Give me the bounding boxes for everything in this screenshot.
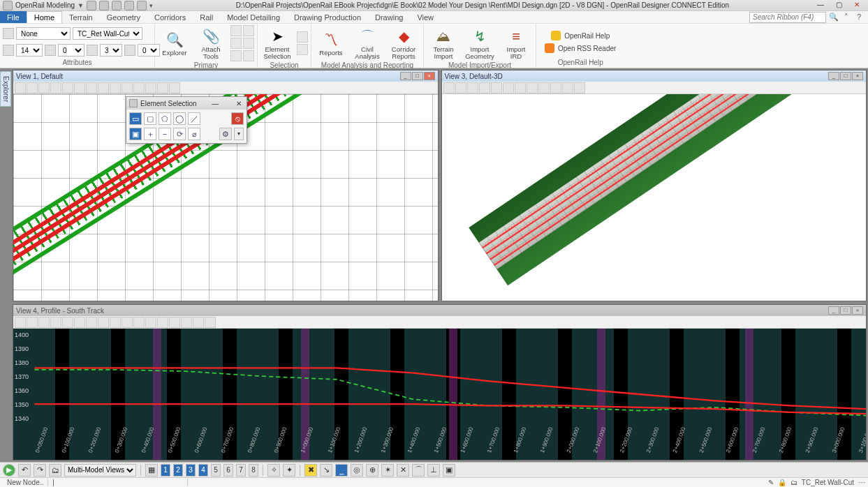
explorer-sidebar-tab[interactable]: Explorer	[0, 71, 11, 107]
snap-center-icon[interactable]: ◎	[351, 464, 363, 477]
view1-tb-7[interactable]	[86, 82, 97, 93]
view4-tb-1[interactable]	[15, 317, 26, 328]
view4-tb-5[interactable]	[62, 317, 73, 328]
view1-max-button[interactable]: □	[412, 72, 423, 80]
view-toggle-5[interactable]: 5	[211, 464, 221, 477]
element-selection-toolbox[interactable]: Element Selection — ✕ ▭ ▢ ⬠ ◯ ／ ⦸ ▣ ＋ − …	[126, 96, 247, 144]
view3-tb-11[interactable]	[562, 82, 573, 93]
view-toggle-3[interactable]: 3	[186, 464, 196, 477]
workflow-dropdown[interactable]: OpenRail Modeling	[15, 1, 75, 9]
sel-settings-dropdown[interactable]: ▾	[234, 128, 244, 140]
view-toggle-2[interactable]: 2	[173, 464, 183, 477]
view3-max-button[interactable]: □	[840, 72, 851, 80]
sel-settings-icon[interactable]: ⚙	[219, 128, 232, 140]
status-lock-icon[interactable]: 🔒	[778, 479, 786, 486]
nav-fwd-icon[interactable]: ↷	[34, 464, 46, 477]
view4-tb-12[interactable]	[145, 317, 156, 328]
window-close-button[interactable]: ✕	[848, 1, 865, 10]
element-selection-button[interactable]: ➤ Element Selection	[260, 25, 294, 61]
attach-tools-button[interactable]: 📎 Attach Tools	[194, 25, 228, 61]
civil-analysis-button[interactable]: ⌒ Civil Analysis	[351, 25, 384, 61]
sel-method-add-icon[interactable]: ＋	[144, 128, 156, 140]
profile-canvas[interactable]: 1400139013801370136013501340 0+050.0000+…	[13, 329, 866, 460]
toolbox-close-button[interactable]: ✕	[234, 100, 244, 107]
view-toggle-6[interactable]: 6	[223, 464, 233, 477]
primary-sm-1[interactable]	[230, 25, 242, 36]
fence-icon[interactable]	[297, 31, 308, 43]
ribbon-tab-drawing[interactable]: Drawing	[368, 11, 410, 23]
sel-method-subtract-icon[interactable]: −	[159, 128, 171, 140]
view3-tb-7[interactable]	[515, 82, 526, 93]
view3-tb-4[interactable]	[479, 82, 490, 93]
view3-tb-8[interactable]	[527, 82, 538, 93]
snap-origin-icon[interactable]: ⊕	[366, 464, 378, 477]
models-icon[interactable]: 🗂	[49, 464, 61, 477]
sel-method-clear-icon[interactable]: ⌀	[188, 128, 200, 140]
snap-midpoint-icon[interactable]: ⎯	[335, 464, 348, 477]
view4-tb-4[interactable]	[50, 317, 61, 328]
toolbox-minimize[interactable]: —	[212, 100, 219, 107]
view-layout-icon[interactable]: ▦	[145, 464, 158, 477]
openrail-help-link[interactable]: OpenRail Help	[551, 31, 610, 40]
primary-sm-6[interactable]	[243, 50, 254, 61]
primary-sm-4[interactable]	[243, 38, 254, 49]
view1-tb-14[interactable]	[169, 82, 180, 93]
view4-min-button[interactable]: _	[828, 306, 839, 315]
view4-max-button[interactable]: □	[840, 306, 851, 315]
ribbon-tab-drawing-production[interactable]: Drawing Production	[287, 11, 368, 23]
view4-tb-9[interactable]	[110, 317, 121, 328]
view4-tb-11[interactable]	[133, 317, 145, 328]
attr-b-select[interactable]: 3	[100, 44, 122, 57]
ribbon-tab-rail[interactable]: Rail	[193, 11, 220, 23]
view-toggle-7[interactable]: 7	[236, 464, 246, 477]
sel-mode-line-icon[interactable]: ／	[188, 112, 200, 125]
ribbon-tab-home[interactable]: Home	[27, 11, 62, 23]
view3-min-button[interactable]: _	[828, 72, 839, 80]
snap-accudraw-icon[interactable]: ✧	[267, 464, 280, 477]
view4-close-button[interactable]: ×	[852, 306, 863, 315]
snap-locks-icon[interactable]: ✦	[283, 464, 295, 477]
primary-sm-5[interactable]	[230, 50, 242, 61]
start-button-icon[interactable]: ▶	[3, 464, 15, 477]
qat-print-icon[interactable]	[137, 1, 147, 10]
view4-tb-3[interactable]	[38, 317, 50, 328]
view1-tb-1[interactable]	[15, 82, 26, 93]
snap-intersection-icon[interactable]: ✕	[397, 464, 409, 477]
snap-multi-icon[interactable]: ▣	[443, 464, 455, 477]
status-level-icon[interactable]: 🗂	[790, 479, 797, 486]
rss-reader-link[interactable]: Open RSS Reader	[545, 43, 616, 53]
status-more-icon[interactable]: ⋯	[858, 479, 865, 486]
qat-save-icon[interactable]	[99, 1, 109, 10]
view1-tb-2[interactable]	[27, 82, 38, 93]
view1-tb-4[interactable]	[50, 82, 61, 93]
sel-method-new-icon[interactable]: ▣	[129, 128, 142, 140]
workflow-dropdown-arrow[interactable]: ▼	[78, 2, 84, 9]
reports-button[interactable]: 〽 Reports	[314, 25, 348, 61]
search-icon[interactable]: 🔍	[829, 13, 839, 22]
ribbon-collapse-icon[interactable]: ˄	[841, 13, 851, 22]
view4-tb-15[interactable]	[181, 317, 192, 328]
view1-tb-10[interactable]	[122, 82, 133, 93]
view1-tb-11[interactable]	[133, 82, 145, 93]
view3-tb-6[interactable]	[503, 82, 514, 93]
view3-tb-5[interactable]	[491, 82, 502, 93]
view3-tb-9[interactable]	[538, 82, 550, 93]
view-mode-select[interactable]: Multi-Model Views	[64, 464, 136, 477]
view3-tb-3[interactable]	[467, 82, 478, 93]
qat-open-icon[interactable]	[87, 1, 96, 10]
view3-canvas[interactable]	[442, 94, 867, 301]
view4-tb-13[interactable]	[157, 317, 168, 328]
import-ird-button[interactable]: ≡ Import IRD	[499, 25, 533, 61]
view1-tb-6[interactable]	[74, 82, 85, 93]
view1-tb-8[interactable]	[98, 82, 109, 93]
ribbon-help-icon[interactable]: ?	[854, 13, 864, 22]
sel-mode-circle-icon[interactable]: ◯	[173, 112, 186, 125]
view1-tb-3[interactable]	[38, 82, 50, 93]
sel-disable-icon[interactable]: ⦸	[231, 112, 244, 125]
import-geometry-button[interactable]: ↯ Import Geometry	[463, 25, 496, 61]
ribbon-tab-model-detailing[interactable]: Model Detailing	[220, 11, 287, 23]
view3-tb-2[interactable]	[455, 82, 466, 93]
view-toggle-8[interactable]: 8	[249, 464, 258, 477]
view4-titlebar[interactable]: View 4, Profile - South Track _ □ ×	[13, 305, 866, 316]
corridor-reports-button[interactable]: ◆ Corridor Reports	[387, 25, 420, 61]
